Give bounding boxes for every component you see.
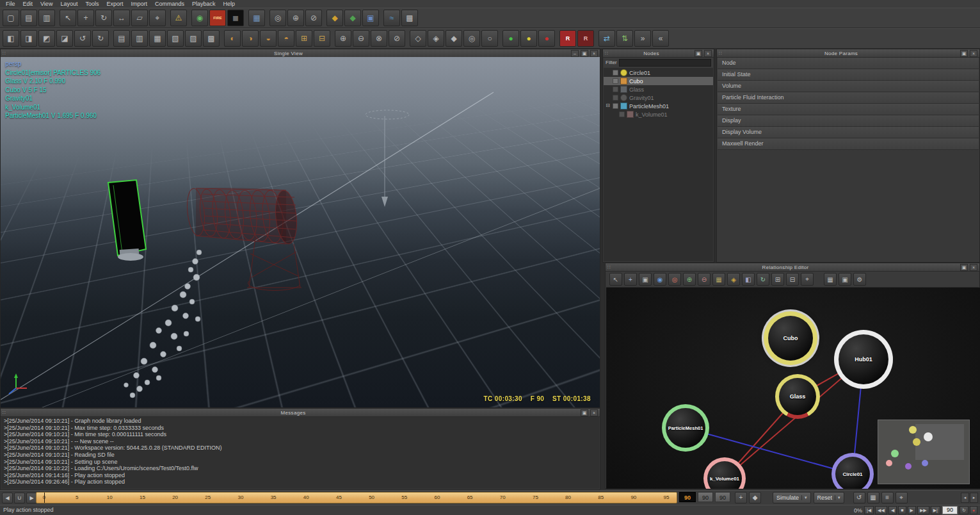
menu-help[interactable]: Help [220,1,239,7]
loop-playback-button[interactable]: ↻ [960,506,968,514]
move-tool-icon[interactable]: + [77,10,94,26]
menu-file[interactable]: File [2,1,19,7]
re-zoom-out-icon[interactable]: ⊟ [786,273,799,286]
re-select-icon[interactable]: ↖ [609,273,622,286]
node-item-glass[interactable]: Glass [604,85,713,94]
re-center-icon[interactable]: ⌖ [801,273,814,286]
close-button[interactable]: × [704,50,712,57]
marker-button[interactable]: ◆ [749,492,761,503]
layout-split-icon[interactable]: ▥ [131,30,148,47]
hub-icon[interactable]: ◎ [463,30,480,47]
step-forward-button[interactable]: ▶▶ [917,506,929,514]
timeline-scroll-left-button[interactable]: ◀ [2,493,13,503]
param-section-node[interactable]: Node [718,58,979,69]
graph-node-icon[interactable]: ⊘ [305,10,322,26]
re-filter-icon[interactable]: ◧ [742,273,755,286]
float-button[interactable]: ▣ [695,50,702,57]
re-layout-icon[interactable]: ▦ [712,273,725,286]
minimize-button[interactable]: – [571,50,579,57]
daemon-wind-icon[interactable]: ⊖ [353,30,369,47]
reset-button[interactable]: Reset ▾ [814,492,844,503]
menu-view[interactable]: View [36,1,56,7]
param-section-maxwell-render[interactable]: Maxwell Render [718,138,979,150]
stop-button[interactable]: ■ [898,506,906,514]
simulate-dropdown-arrow[interactable]: ▾ [801,495,807,500]
panel-grip-icon[interactable]: ∷ [3,51,6,56]
camera-view-icon[interactable]: ▦ [248,10,265,26]
relationship-minimap[interactable] [878,420,970,484]
close-button[interactable]: × [590,50,598,57]
re-remove-node-icon[interactable]: ⊖ [698,273,711,286]
float-button[interactable]: ▣ [581,409,588,416]
options-button[interactable]: ≡ [881,492,894,503]
render-icon[interactable]: R [559,30,576,47]
layout-vertical-icon[interactable]: ▨ [185,30,202,47]
render-options-icon[interactable]: R [577,30,594,47]
status-yellow-icon[interactable]: ● [520,30,537,47]
drum-object[interactable] [185,188,299,245]
messages-log[interactable]: >[25/June/2014 09:10:21] - Graph node li… [1,417,599,489]
mesh-object-icon[interactable]: ◆ [344,10,361,26]
layout-single-icon[interactable]: ▤ [113,30,130,47]
waves-icon[interactable]: ≈ [383,10,400,26]
layout-quad-icon[interactable]: ▦ [149,30,166,47]
object-plane-icon[interactable]: ⊟ [314,30,330,47]
mesh-renderkit-icon[interactable]: ◈ [428,30,444,47]
menu-playback[interactable]: Playback [188,1,220,7]
play-button[interactable]: ▶ [908,506,916,514]
timeline-playhead[interactable] [44,493,45,503]
go-end-button[interactable]: ▶| [931,506,940,514]
relationship-graph-canvas[interactable]: CuboHub01GlassParticleMesh01k_Volume01Ci… [606,288,980,489]
float-button[interactable]: ▣ [960,264,968,271]
emitter-sphere-icon[interactable]: ◒ [260,30,277,47]
end-frame-field[interactable]: 90 [698,492,713,502]
emitter-square-icon[interactable]: ◑ [242,30,259,47]
play-backward-button[interactable]: ◀ [888,506,897,514]
menu-import[interactable]: Import [127,1,151,7]
plane-tool-icon[interactable]: ▱ [131,10,148,26]
menu-layout[interactable]: Layout [56,1,81,7]
re-frame-icon[interactable]: ▣ [639,273,652,286]
panel-grip-icon[interactable]: ∷ [719,51,722,56]
cube-object-icon[interactable]: ◆ [326,10,343,26]
page-object-icon[interactable]: ▣ [362,10,379,26]
loop-mode-button[interactable]: ↺ [853,492,865,503]
redo-icon[interactable]: ↻ [92,30,109,47]
step-back-button[interactable]: ◀◀ [875,506,887,514]
param-section-display-volume[interactable]: Display Volume [718,127,979,138]
center-playhead-button[interactable]: ⌖ [896,492,908,503]
menu-edit[interactable]: Edit [19,1,37,7]
graph-node-hub01[interactable]: Hub01 [834,330,893,389]
param-section-particle-fluid-interaction[interactable]: Particle Fluid Interaction [718,92,979,104]
close-button[interactable]: × [590,409,598,416]
float-button[interactable]: ▣ [960,50,968,57]
node-item-particlemesh01[interactable]: ⊟ParticleMesh01 [604,102,713,110]
grid-layers-icon[interactable]: ▩ [401,10,418,26]
node-item-gravity01[interactable]: Gravity01 [604,94,713,102]
undo-icon[interactable]: ↺ [74,30,91,47]
rotate-tool-icon[interactable]: ↻ [95,10,112,26]
panel-grip-icon[interactable]: ∷ [605,51,608,56]
open-scene-icon[interactable]: ▤ [20,10,37,26]
build-mesh-icon[interactable]: ◉ [191,10,208,26]
hub-node-icon[interactable]: ◎ [269,10,286,26]
emitter-cylinder-icon[interactable]: ◓ [278,30,294,47]
param-section-initial-state[interactable]: Initial State [718,69,979,81]
current-frame-field[interactable]: 90 [679,492,696,502]
save-project-icon[interactable]: ◨ [20,30,37,47]
close-button[interactable]: × [970,50,977,57]
export-data-icon[interactable]: ◩ [38,30,55,47]
re-pan-icon[interactable]: + [624,273,637,286]
graph-node-cubo[interactable]: Cubo [764,311,817,365]
add-keyframe-button[interactable]: + [735,492,747,503]
expander-icon[interactable]: ⊟ [605,103,611,109]
mesh-standard-icon[interactable]: ◇ [410,30,426,47]
volume-icon[interactable]: ○ [481,30,498,47]
reset-warning-icon[interactable]: ⚠ [170,10,187,26]
export-central-icon[interactable]: ⇄ [598,30,615,47]
simulate-button[interactable]: Simulate ▾ [773,492,811,503]
import-central-icon[interactable]: ⇅ [616,30,633,47]
emitter-circle-icon[interactable]: ◐ [224,30,241,47]
timeline-collapse-left-button[interactable]: ◂ [961,493,969,503]
filter-input[interactable] [619,59,711,67]
